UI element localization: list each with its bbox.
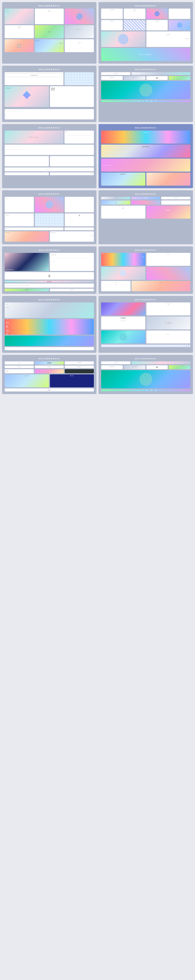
section-title-7l: HOLOGRAPHIC (5, 358, 94, 360)
r1-card-11: TOTEMS (101, 48, 190, 61)
s5r-card-1: FIND about (101, 253, 145, 266)
mini-card-1: about ———— (5, 9, 34, 24)
mini-card-3 (65, 9, 94, 24)
s3r-card-5 (146, 173, 190, 186)
section-4-right: HOLOGRAPHIC WORK PREMIUM ISSUES YOURLINK… (99, 190, 193, 244)
s7l-card-2: WORK (35, 361, 64, 364)
r1-card-9 (101, 32, 145, 47)
s2r-card-4: HEADLINE (124, 76, 145, 80)
r1-card-3 (146, 9, 168, 19)
section-title-5l: HOLOGRAPHIC (5, 249, 94, 251)
mini-card-8: A BOOK B BOOK (35, 39, 64, 52)
mini-card-9: YOUR (65, 39, 94, 52)
s4l-card-10: CREATIVE about (50, 231, 94, 242)
s7r-card-2: —————— (131, 361, 190, 364)
s5l-card-4: about (5, 281, 94, 282)
r1-card-5: CREATION (101, 20, 123, 30)
s6l-card-1: about CREATIVE (5, 302, 94, 318)
mini-card-6: HEADTITLE (65, 25, 94, 38)
s4r-card-4: YOURLINK (101, 200, 130, 205)
s6l-card-2: THEGE (5, 319, 94, 335)
s4l-card-1: about (5, 197, 34, 212)
mini-card-4: YOUR CARD (5, 25, 34, 38)
s5l-card-3: ∨ (5, 272, 94, 280)
s7r-card-4: HEADLINE (124, 365, 145, 369)
s5r-card-3 (101, 267, 145, 280)
section-title-1r: HOLOGRAPHIC (101, 5, 190, 7)
s6r-card-3: CHOICE Data and text (101, 317, 145, 329)
s4r-card-1: WORK (101, 197, 130, 199)
s3l-card-5: / / (50, 156, 94, 166)
s4l-card-9: Data and text (5, 231, 49, 242)
s3r-card-1: CREATIVE (101, 130, 190, 143)
s5l-card-5: BACKGROUND DESIGN (5, 283, 94, 288)
s2l-card-2 (64, 72, 94, 85)
s4r-card-7: d (101, 205, 145, 219)
s4l-card-2 (35, 197, 64, 212)
s6l-card-4: • • • • (5, 347, 94, 350)
section-title-4l: HOLOGRAPHIC (5, 193, 94, 195)
s3r-card-3: ••• about company (101, 159, 190, 172)
s7l-card-4: BOOKLINE (5, 366, 34, 368)
mini-card-2: YOUR TITLE (35, 9, 64, 24)
s6r-card-7: AND TEXT (101, 345, 190, 347)
s2r-card-8: T O T E M S (101, 100, 190, 102)
s2l-card-6: ————————————————————— BOOK (5, 109, 94, 119)
s5r-card-6: W A I (131, 281, 190, 291)
section-title-3r: HOLOGRAPHIC (101, 127, 190, 129)
mini-card-7 (5, 39, 34, 52)
s7l-card-7: YOURCARD (5, 369, 34, 373)
s6l-card-3 (5, 336, 94, 346)
r1-card-10: A BOOK B BOOK (146, 32, 190, 47)
s5r-card-5: BOOK (101, 281, 131, 291)
r1-card-2: YOURTITLE (124, 9, 145, 19)
s5l-card-1 (5, 253, 49, 271)
s4r-card-5 (131, 200, 160, 205)
r1-card-1: FOUNDATION (101, 9, 123, 19)
section-6-left: HOLOGRAPHIC about CREATIVE THEGE • • • • (2, 296, 96, 353)
section-title-6l: HOLOGRAPHIC (5, 299, 94, 301)
section-title-2l: HOLOGRAPHIC (5, 68, 94, 71)
s7l-card-8 (35, 369, 64, 373)
section-6-right: HOLOGRAPHIC ≈≈≈≈≈≈≈ From thecafe CHOICE … (99, 296, 193, 353)
r1-card-8 (169, 20, 190, 30)
s7l-card-3: HEADLINE (65, 361, 94, 364)
s6r-card-5 (101, 331, 145, 344)
section-2-left: HOLOGRAPHIC [ CREATIVE ] STORIES BOOKabo… (2, 66, 96, 122)
s2r-card-5: W (146, 76, 168, 80)
s5l-card-2: HEADLINE —— LINE (50, 253, 94, 271)
s2l-card-1: [ CREATIVE ] (5, 72, 64, 85)
s5l-card-6: HEADLINE (5, 289, 49, 291)
s2l-card-4: BOOKabout ............ (50, 86, 94, 107)
s3l-card-7: ——— (5, 172, 49, 175)
s7l-card-12: abour (5, 388, 94, 391)
s7r-card-7 (101, 370, 190, 388)
s5r-card-4 (146, 267, 190, 280)
s2r-card-1: SMITH (101, 72, 131, 75)
section-2-right: HOLOGRAPHIC SMITH ——————— CREATIVE HEADL… (99, 66, 193, 122)
section-5-left: HOLOGRAPHIC HEADLINE —— LINE ∨ ab (2, 247, 96, 294)
section-5-right: HOLOGRAPHIC FIND about about BOOK W A I (99, 247, 193, 294)
section-title-7r: HOLOGRAPHIC (101, 358, 190, 360)
s7r-card-6: ◎◎ (169, 365, 190, 369)
s3l-card-6: O B I ———— (5, 167, 94, 171)
s6r-card-4: 1 2 3 (146, 317, 190, 329)
section-7-right: HOLOGRAPHIC SMITH —————— CREATIVE HEADLI… (99, 355, 193, 394)
r1-card-7: HEADLINE (146, 20, 168, 30)
s2r-card-7 (101, 81, 190, 99)
s4r-card-3: ISSUES (161, 197, 190, 199)
s7r-card-1: SMITH (101, 361, 131, 364)
s7l-card-5: HEADLINE (35, 366, 64, 368)
section-title-2r: HOLOGRAPHIC (101, 68, 190, 71)
s3l-card-2: BOOK ——— (64, 130, 94, 143)
s2l-card-3: STORIES (5, 86, 49, 107)
s4r-card-6 (161, 200, 190, 205)
mini-card-5: about (35, 25, 64, 38)
s5r-card-2: about (146, 253, 190, 266)
s7l-card-6: HEADLINE (65, 366, 94, 368)
s3l-card-4: / / (5, 156, 49, 166)
s4r-card-2: PREMIUM (131, 197, 160, 199)
s6r-card-6: about (146, 331, 190, 344)
s3r-card-2: HEADTITLE (101, 145, 190, 158)
section-title-6r: HOLOGRAPHIC (101, 299, 190, 301)
